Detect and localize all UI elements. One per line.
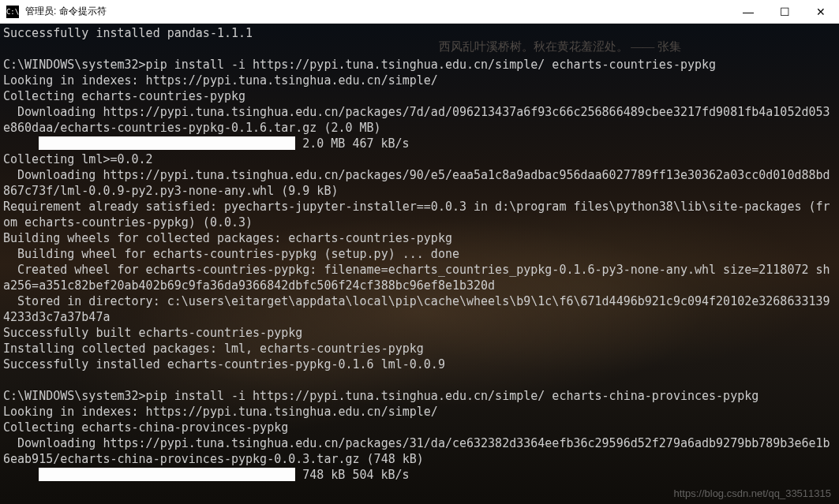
- terminal-line: 2.0 MB 467 kB/s: [3, 136, 836, 151]
- terminal-line: Downloading https://pypi.tuna.tsinghua.e…: [3, 435, 836, 467]
- terminal-line: Downloading https://pypi.tuna.tsinghua.e…: [3, 167, 836, 199]
- window-controls: — ☐ ✕: [730, 0, 839, 23]
- terminal-line: Successfully built echarts-countries-pyp…: [3, 325, 836, 341]
- minimize-button[interactable]: —: [730, 0, 766, 23]
- terminal-line: Downloading https://pypi.tuna.tsinghua.e…: [3, 104, 836, 136]
- progress-bar: [39, 468, 295, 481]
- terminal-line: C:\WINDOWS\system32>pip install -i https…: [3, 57, 836, 73]
- watermark-text: https://blog.csdn.net/qq_33511315: [674, 487, 832, 499]
- cmd-icon: C:\: [6, 6, 19, 18]
- progress-text: 2.0 MB 467 kB/s: [295, 136, 410, 151]
- terminal-line: Created wheel for echarts-countries-pypk…: [3, 262, 836, 293]
- window-titlebar: C:\ 管理员: 命令提示符 — ☐ ✕: [0, 0, 839, 24]
- terminal-line: 748 kB 504 kB/s: [3, 467, 836, 483]
- terminal-line: Stored in directory: c:\users\eitarget\a…: [3, 293, 836, 325]
- terminal-line: Collecting echarts-countries-pypkg: [3, 88, 836, 104]
- terminal-area[interactable]: 西风乱叶溪桥树。秋在黄花羞涩处。 —— 张集 Successfully inst…: [0, 24, 839, 504]
- terminal-output: Successfully installed pandas-1.1.1C:\WI…: [0, 24, 839, 484]
- terminal-line: Successfully installed echarts-countries…: [3, 357, 836, 372]
- progress-text: 748 kB 504 kB/s: [295, 468, 410, 482]
- terminal-line: Installing collected packages: lml, echa…: [3, 341, 836, 357]
- terminal-line: C:\WINDOWS\system32>pip install -i https…: [3, 388, 836, 404]
- terminal-line: Looking in indexes: https://pypi.tuna.ts…: [3, 404, 836, 420]
- terminal-line: Successfully installed pandas-1.1.1: [3, 25, 836, 41]
- progress-bar: [39, 136, 295, 150]
- terminal-line: [3, 372, 836, 388]
- maximize-button[interactable]: ☐: [766, 0, 803, 23]
- terminal-line: Collecting echarts-china-provinces-pypkg: [3, 420, 836, 435]
- terminal-line: [3, 41, 836, 57]
- close-button[interactable]: ✕: [803, 0, 839, 23]
- window-title: 管理员: 命令提示符: [25, 5, 730, 18]
- terminal-line: Building wheel for echarts-countries-pyp…: [3, 246, 836, 262]
- terminal-line: Building wheels for collected packages: …: [3, 230, 836, 246]
- terminal-line: Looking in indexes: https://pypi.tuna.ts…: [3, 73, 836, 88]
- terminal-line: Requirement already satisfied: pyecharts…: [3, 199, 836, 230]
- terminal-line: Collecting lml>=0.0.2: [3, 151, 836, 167]
